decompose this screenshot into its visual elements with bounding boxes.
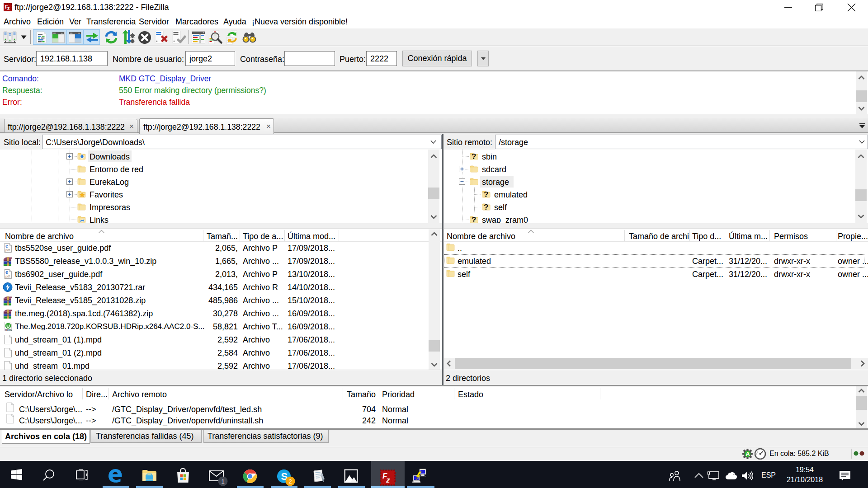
svg-text:z: z <box>386 476 390 484</box>
svg-text:A: A <box>745 450 750 457</box>
svg-text:1: 1 <box>222 478 225 485</box>
svg-text:2: 2 <box>289 478 292 485</box>
svg-text:z: z <box>7 5 10 11</box>
